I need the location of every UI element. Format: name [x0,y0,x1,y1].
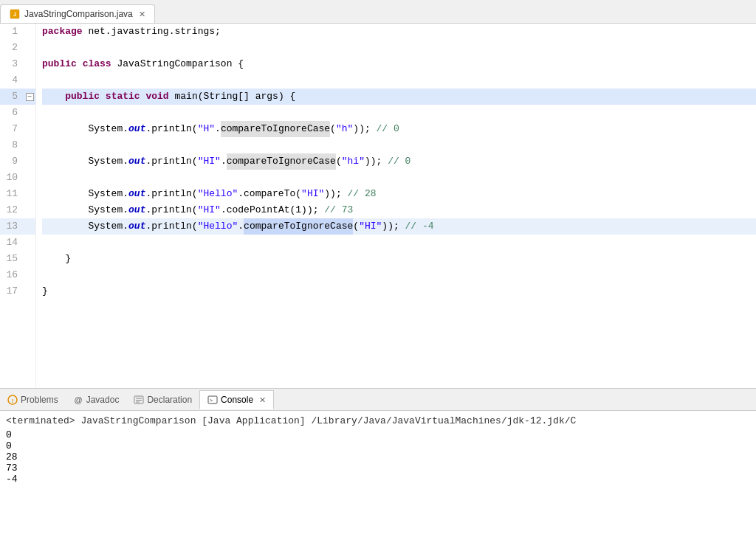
svg-text:>_: >_ [210,398,216,404]
line-num-12: 12 [0,202,24,218]
console-output-line-4: 73 [6,463,750,474]
code-line-7: System.out.println("H".compareToIgnoreCa… [42,121,756,137]
code-line-2 [42,40,756,56]
line-num-9: 9 [0,153,24,170]
tab-problems[interactable]: ! Problems [0,391,66,409]
line-num-1: 1 [0,24,24,40]
keyword-class: class [83,56,111,72]
file-tab-label: JavaStringComparison.java [24,9,133,19]
code-line-11: System.out.println("Hello".compareTo("HI… [42,186,756,202]
tab-problems-label: Problems [21,395,58,405]
line-num-2: 2 [0,40,24,56]
fold-button-5[interactable]: − [26,93,34,101]
console-output-line-1: 0 [6,429,750,440]
code-line-15: } [42,251,756,267]
code-line-4 [42,72,756,89]
line-num-5: 5 [0,89,24,105]
tab-console-label: Console [221,395,253,405]
line-num-3: 3 [0,56,24,72]
keyword-void: void [145,89,168,105]
bottom-tab-bar: ! Problems @ Javadoc [0,389,756,411]
keyword-public-3: public [42,56,77,72]
tab-declaration[interactable]: Declaration [126,391,199,409]
line-num-15: 15 [0,251,24,267]
line-num-13: 13 [0,218,24,235]
code-line-16 [42,267,756,283]
code-line-12: System.out.println("HI".codePointAt(1));… [42,202,756,218]
console-output-line-2: 0 [6,440,750,451]
console-output-line-3: 28 [6,451,750,463]
editor-area: 1 2 3 4 5 − [0,24,756,388]
line-num-8: 8 [0,137,24,153]
code-container[interactable]: 1 2 3 4 5 − [0,24,756,388]
line-num-4: 4 [0,72,24,89]
code-line-5: public static void main(String[] args) { [42,89,756,105]
console-terminated-header: <terminated> JavaStringComparison [Java … [6,415,750,426]
code-line-8 [42,137,756,153]
code-line-17: } [42,283,756,299]
tab-javadoc-label: Javadoc [86,395,120,405]
code-line-13: System.out.println("Hello".compareToIgno… [42,218,756,235]
problems-icon: ! [7,395,18,405]
keyword-package: package [42,24,83,40]
tab-close-button[interactable]: ✕ [139,10,145,19]
code-line-9: System.out.println("HI".compareToIgnoreC… [42,153,756,170]
code-line-10 [42,170,756,186]
code-line-14 [42,235,756,251]
svg-text:!: ! [12,397,14,404]
line-gutter: 1 2 3 4 5 − [0,24,36,388]
console-output-line-5: -4 [6,474,750,485]
code-content[interactable]: package net.javastring.strings; public c… [36,24,756,388]
line-num-7: 7 [0,121,24,137]
keyword-public-5: public [42,89,100,105]
line-num-10: 10 [0,170,24,186]
line-num-16: 16 [0,267,24,283]
bottom-panel: ! Problems @ Javadoc [0,388,756,554]
file-tab[interactable]: J JavaStringComparison.java ✕ [0,4,155,23]
declaration-icon [134,395,144,405]
line-num-14: 14 [0,235,24,251]
keyword-static: static [106,89,140,105]
line-num-11: 11 [0,186,24,202]
tab-console[interactable]: >_ Console ✕ [199,390,274,409]
console-output: <terminated> JavaStringComparison [Java … [0,411,756,554]
console-tab-close[interactable]: ✕ [259,395,266,405]
code-line-3: public class JavaStringComparison { [42,56,756,72]
svg-text:J: J [13,12,16,17]
tab-declaration-label: Declaration [147,395,192,405]
editor-tab-bar: J JavaStringComparison.java ✕ [0,0,756,24]
tab-javadoc[interactable]: @ Javadoc [66,391,127,409]
javadoc-icon: @ [73,395,83,405]
code-line-1: package net.javastring.strings; [42,24,756,40]
code-line-6 [42,105,756,121]
java-file-icon: J [10,9,20,19]
svg-text:@: @ [74,395,82,404]
line-num-6: 6 [0,105,24,121]
line-num-17: 17 [0,283,24,299]
console-icon: >_ [207,395,218,405]
